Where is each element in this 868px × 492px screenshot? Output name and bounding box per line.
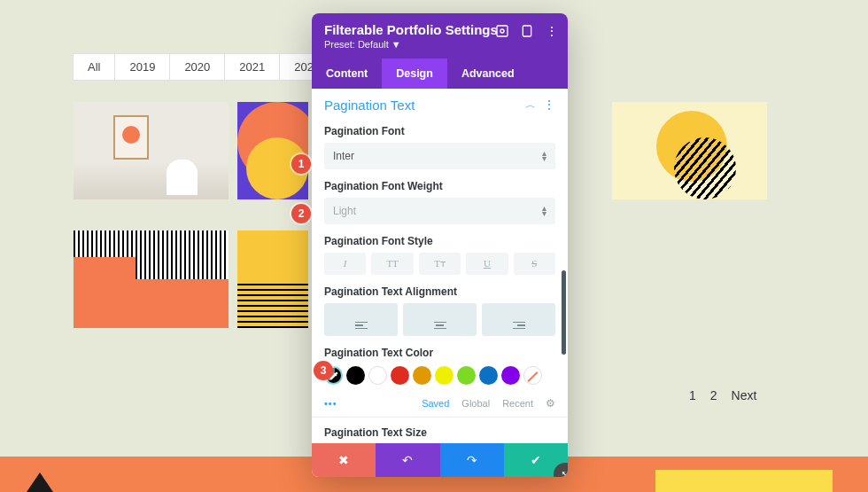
focus-icon[interactable] — [495, 24, 509, 38]
kebab-menu-icon[interactable]: ⋮ — [545, 24, 559, 38]
align-label: Pagination Text Alignment — [324, 285, 555, 298]
callout-1: 1 — [291, 154, 311, 174]
tab-advanced[interactable]: Advanced — [447, 59, 529, 89]
portfolio-thumb-3[interactable] — [74, 230, 229, 328]
font-label: Pagination Font — [324, 125, 555, 137]
font-select[interactable]: Inter ▴▾ — [324, 143, 555, 169]
settings-modal: Filterable Portfolio Settings Preset: De… — [312, 13, 568, 477]
callout-3: 3 — [314, 361, 333, 380]
svg-point-1 — [500, 29, 504, 33]
section-menu-icon[interactable]: ⋮ — [543, 103, 555, 108]
align-left-button[interactable] — [324, 303, 398, 336]
callout-2: 2 — [291, 204, 311, 223]
uppercase-button[interactable]: TT — [371, 253, 413, 275]
pagination-page-1[interactable]: 1 — [689, 388, 696, 402]
filter-2020[interactable]: 2020 — [170, 54, 225, 80]
tab-design[interactable]: Design — [382, 59, 447, 89]
strikethrough-button[interactable]: S — [514, 253, 555, 275]
filter-all[interactable]: All — [74, 54, 115, 80]
swatch-purple[interactable] — [501, 366, 520, 385]
portfolio-thumb-2[interactable] — [237, 102, 308, 199]
select-arrows-icon: ▴▾ — [542, 206, 546, 216]
section-title: Pagination Text — [324, 98, 415, 113]
swatch-white[interactable] — [368, 366, 387, 385]
swatch-red[interactable] — [391, 366, 409, 385]
pagination-nav: 1 2 Next — [689, 388, 756, 402]
style-label: Pagination Font Style — [324, 235, 555, 247]
modal-tabs: Content Design Advanced — [312, 59, 568, 89]
smallcaps-button[interactable]: Tᴛ — [419, 253, 461, 275]
modal-header: Filterable Portfolio Settings Preset: De… — [312, 13, 568, 59]
portfolio-thumb-5[interactable] — [612, 102, 767, 199]
swatch-blue[interactable] — [479, 366, 498, 385]
scrollbar-thumb[interactable] — [562, 270, 566, 355]
modal-body: Pagination Text ︿ ⋮ Pagination Font Inte… — [312, 89, 568, 443]
portfolio-thumb-4[interactable] — [237, 230, 308, 328]
tablet-icon[interactable] — [520, 24, 534, 38]
align-center-button[interactable] — [403, 303, 477, 336]
collapse-icon[interactable]: ︿ — [525, 98, 536, 113]
color-tab-global[interactable]: Global — [461, 398, 490, 409]
filter-2019[interactable]: 2019 — [115, 54, 170, 80]
align-right-button[interactable] — [482, 303, 555, 336]
portfolio-filter-bar: All 2019 2020 2021 2022 — [73, 53, 335, 81]
color-tab-recent[interactable]: Recent — [502, 398, 533, 409]
modal-preset[interactable]: Preset: Default ▼ — [324, 39, 555, 50]
select-arrows-icon: ▴▾ — [542, 151, 546, 161]
more-dots-icon[interactable]: ••• — [324, 398, 337, 409]
italic-button[interactable]: I — [324, 253, 366, 275]
redo-button[interactable]: ↷ — [440, 443, 504, 477]
pagination-next[interactable]: Next — [732, 388, 757, 402]
cancel-button[interactable]: ✖ — [312, 443, 376, 477]
weight-select[interactable]: Light ▴▾ — [324, 198, 555, 224]
pagination-page-2[interactable]: 2 — [710, 388, 717, 402]
swatch-black[interactable] — [346, 366, 365, 385]
swatch-amber[interactable] — [413, 366, 431, 385]
color-settings-icon[interactable]: ⚙ — [546, 397, 555, 410]
swatch-none[interactable] — [523, 366, 542, 385]
underline-button[interactable]: U — [466, 253, 508, 275]
size-label: Pagination Text Size — [324, 426, 555, 439]
filter-2021[interactable]: 2021 — [225, 54, 280, 80]
color-tab-saved[interactable]: Saved — [422, 398, 449, 409]
color-label: Pagination Text Color — [324, 347, 555, 359]
section-header[interactable]: Pagination Text ︿ ⋮ — [312, 89, 568, 121]
svg-rect-0 — [497, 26, 508, 36]
swatch-yellow[interactable] — [435, 366, 453, 385]
weight-label: Pagination Font Weight — [324, 180, 555, 192]
undo-button[interactable]: ↶ — [376, 443, 439, 477]
modal-footer: ✖ ↶ ↷ ✔ — [312, 443, 568, 477]
portfolio-thumb-1[interactable] — [74, 102, 229, 199]
swatch-green[interactable] — [457, 366, 476, 385]
svg-rect-2 — [523, 26, 531, 36]
footer-accent — [655, 470, 833, 492]
tab-content[interactable]: Content — [312, 59, 382, 89]
